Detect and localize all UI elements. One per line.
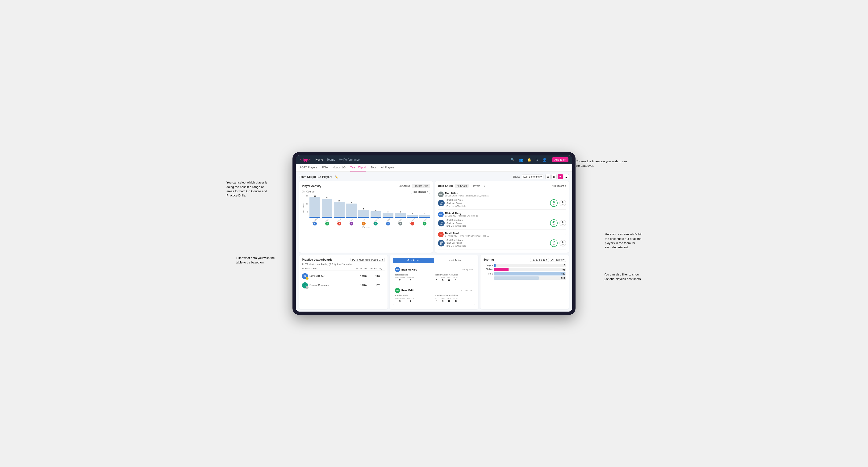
annotation-best-shots: Here you can see who's hit the best shot…: [605, 232, 642, 250]
apc-stat-putt: PUTT 1: [453, 277, 458, 282]
stat-circle-dist: 16 yds: [550, 239, 558, 247]
chevron-down-icon: ▾: [546, 258, 547, 261]
nav-item-home[interactable]: Home: [315, 158, 323, 161]
chevron-down-icon: ▾: [540, 175, 542, 178]
add-team-button[interactable]: Add Team: [552, 157, 568, 162]
bar[interactable]: [358, 210, 369, 218]
tab-all-shots[interactable]: All Shots: [455, 184, 469, 188]
tab-team-clippd[interactable]: Team Clippd: [350, 164, 366, 172]
apc-stat-arg: ARG 0: [447, 298, 451, 303]
main-grid: Player Activity On Course Practice Drill…: [299, 181, 569, 252]
stat-circle-zero: 0 yds: [559, 200, 566, 206]
bar-value: 2: [412, 213, 413, 214]
apc-date: 26 Aug 2023: [461, 269, 473, 271]
user-icon[interactable]: 👤: [541, 157, 548, 162]
bar-group: 9: [346, 201, 357, 218]
scoring-label: Birdies: [483, 268, 493, 271]
chart-header: On Course Total Rounds ▾: [302, 190, 430, 194]
search-icon[interactable]: 🔍: [510, 157, 516, 162]
leaderboard-row[interactable]: EC 2 Edward Crossman 18/20 107: [302, 281, 385, 290]
bar[interactable]: [346, 204, 357, 218]
tab-pga[interactable]: PGA: [322, 164, 328, 172]
view-grid3-icon[interactable]: ▤: [552, 174, 557, 179]
x-label: B. McHargB: [309, 220, 320, 225]
apc-practice-section: Total Practice Activities GTT 0 APP 0 AR…: [435, 294, 473, 303]
add-icon[interactable]: ⊕: [534, 157, 539, 162]
x-label: L. RobertsonL: [419, 220, 430, 225]
tab-tour[interactable]: Tour: [371, 164, 376, 172]
bar-value: 9: [351, 201, 352, 203]
best-shots-tabs-area: Best Shots All Shots Players ▾: [438, 184, 485, 188]
bar[interactable]: [395, 213, 406, 218]
nav-item-teams[interactable]: Teams: [327, 158, 335, 161]
bottom-grid: Practice Leaderboards PUTT Must Make Put…: [299, 255, 569, 309]
leaderboard-subtitle: PUTT Must Make Putting (3-6 ft), Last 3 …: [302, 263, 385, 266]
tab-pgat-players[interactable]: PGAT Players: [300, 164, 317, 172]
x-label: E. EbertE: [358, 220, 369, 225]
bar[interactable]: [382, 213, 394, 218]
bar[interactable]: [407, 215, 418, 218]
bell-icon[interactable]: 🔔: [526, 157, 532, 162]
scoring-row: Birdies 96: [483, 268, 566, 271]
chart-filter-btn[interactable]: Total Rounds ▾: [411, 190, 430, 194]
bar[interactable]: [309, 197, 320, 218]
x-label: E. CrossmanE: [407, 220, 418, 225]
bar[interactable]: [419, 215, 430, 218]
tab-most-active[interactable]: Most Active: [393, 258, 434, 263]
tab-least-active[interactable]: Least Active: [434, 258, 475, 263]
bar[interactable]: [371, 211, 381, 218]
nav-item-performance[interactable]: My Performance: [339, 158, 360, 161]
scoring-bar: [494, 272, 565, 276]
scoring-bar-wrap: 3: [494, 264, 566, 267]
shot-detail: Shot Dist: 43 yds Start Lie: Rough End L…: [446, 219, 466, 228]
shot-item[interactable]: MM Matt Miller 09 Jun 2023 · Royal North…: [438, 190, 566, 210]
apc-header: RB Rees Britt 02 Sep 2023: [395, 288, 473, 293]
tablet-frame: clippd Home Teams My Performance 🔍 👥 🔔 ⊕…: [292, 152, 576, 315]
app-logo: clippd: [300, 158, 311, 162]
lb-pb-avg: 110: [371, 275, 385, 278]
all-players-filter[interactable]: All Players ▾: [552, 184, 566, 187]
bars-container: 1312109543322: [309, 195, 430, 219]
bar-value: 2: [424, 213, 425, 214]
tab-shots-players[interactable]: Players: [470, 184, 482, 188]
shot-detail: Shot Dist: 16 yds Start Lie: Rough End L…: [446, 239, 466, 248]
leaderboard-row[interactable]: RB 1 Richard Butler 19/20 110: [302, 272, 385, 281]
tab-all-players[interactable]: All Players: [381, 164, 394, 172]
scoring-count: 499: [561, 272, 565, 275]
player-sub: 09 Jun 2023 · Royal North Devon GC, Hole…: [445, 195, 489, 197]
edit-team-icon[interactable]: ✏️: [335, 176, 338, 178]
toggle-practice-drills[interactable]: Practice Drills: [412, 184, 430, 188]
tablet-screen: clippd Home Teams My Performance 🔍 👥 🔔 ⊕…: [296, 155, 572, 311]
scoring-filter2[interactable]: All Players ▾: [550, 258, 566, 262]
view-grid4-icon[interactable]: ⊞: [545, 174, 551, 179]
timescale-select[interactable]: Last 3 months ▾: [522, 175, 544, 179]
shot-player-info: BM Blair McHarg 23 Jul 2023 · Ashridge G…: [438, 212, 478, 217]
shot-detail: Shot Dist: 67 yds Start Lie: Rough End L…: [446, 198, 466, 208]
leaderboard-columns: PLAYER NAME PB SCORE PB AVG SQ: [302, 267, 385, 271]
scoring-card: Scoring Par 3, 4 & 5s ▾ All Players ▾: [480, 255, 569, 309]
apc-stats-grid: Total Rounds Tournament 8 Practice 4 Tot…: [395, 294, 473, 303]
apc-stat-putt: PUTT 0: [453, 298, 458, 303]
bar-group: 5: [358, 208, 369, 218]
chevron-down-icon: ▾: [484, 185, 485, 187]
player-avatar: BM: [438, 212, 444, 217]
bar[interactable]: [334, 202, 345, 218]
y-axis-label: Total Rounds: [302, 203, 304, 214]
stat-circle-zero: 0 yds: [559, 220, 566, 226]
toggle-on-course[interactable]: On Course: [397, 184, 412, 188]
tab-hcaps[interactable]: Hcaps 1-5: [333, 164, 346, 172]
view-list-icon[interactable]: ☰: [564, 174, 569, 179]
lb-pb-avg: 107: [371, 284, 385, 287]
leaderboard-filter-btn[interactable]: PUTT Must Make Putting ... ▾: [350, 258, 385, 262]
bar-value: 10: [338, 200, 340, 201]
people-icon[interactable]: 👥: [518, 157, 524, 162]
active-player-card[interactable]: BM Blair McHarg 26 Aug 2023 Total Rounds…: [393, 265, 475, 284]
x-label: D. FordD: [334, 220, 345, 225]
active-player-card[interactable]: RB Rees Britt 02 Sep 2023 Total Rounds T…: [393, 286, 475, 305]
shot-item[interactable]: DF David Ford 24 Aug 2023 · Royal North …: [438, 230, 566, 250]
scoring-filter1[interactable]: Par 3, 4 & 5s ▾: [530, 258, 549, 262]
shot-item[interactable]: BM Blair McHarg 23 Jul 2023 · Ashridge G…: [438, 210, 566, 230]
view-heart-icon[interactable]: ♥: [558, 174, 563, 179]
bar[interactable]: [322, 199, 333, 218]
scoring-bar-wrap: 499: [494, 272, 566, 276]
